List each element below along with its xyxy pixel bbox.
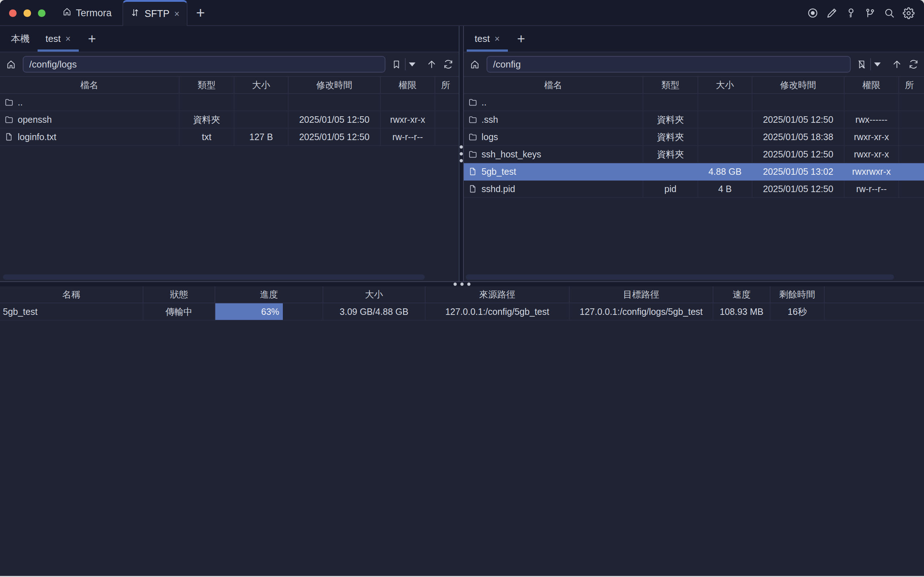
horizontal-scrollbar[interactable] <box>466 274 894 280</box>
column-header-permissions[interactable]: 權限 <box>845 77 899 93</box>
up-directory-icon[interactable] <box>426 59 437 70</box>
column-header-size[interactable]: 大小 <box>698 77 752 93</box>
file-row[interactable]: loginfo.txt txt 127 B 2025/01/05 12:50 r… <box>0 129 459 146</box>
chevron-down-icon[interactable] <box>874 63 880 66</box>
column-header-name[interactable]: 名稱 <box>0 286 144 303</box>
app-window: Termora SFTP × + <box>0 0 924 576</box>
window-controls <box>0 0 45 26</box>
column-header-modified[interactable]: 修改時間 <box>289 77 381 93</box>
search-icon[interactable] <box>884 7 895 19</box>
add-pane-tab-button[interactable]: + <box>79 26 105 52</box>
file-icon <box>468 184 477 193</box>
transfers-table: 名稱 狀態 進度 大小 來源路徑 目標路徑 速度 剩餘時間 5gb_test 傳… <box>0 286 924 321</box>
chevron-down-icon[interactable] <box>409 63 415 66</box>
horizontal-scrollbar[interactable] <box>3 274 425 280</box>
path-input[interactable] <box>487 56 851 73</box>
column-header-modified[interactable]: 修改時間 <box>752 77 845 93</box>
transfers-header: 名稱 狀態 進度 大小 來源路徑 目標路徑 速度 剩餘時間 <box>0 286 924 303</box>
splitter-grip-icon <box>454 283 471 286</box>
bookmark-icon[interactable] <box>391 59 402 70</box>
titlebar: Termora SFTP × + <box>0 0 924 26</box>
left-pathbar <box>0 52 459 76</box>
file-row[interactable]: openssh 資料夾 2025/01/05 12:50 rwxr-xr-x <box>0 111 459 129</box>
edit-icon[interactable] <box>826 7 838 19</box>
keychain-icon[interactable] <box>864 7 876 19</box>
file-row-selected[interactable]: 5gb_test 4.88 GB 2025/01/05 13:02 rwxrwx… <box>464 163 924 181</box>
new-tab-button[interactable]: + <box>187 0 213 26</box>
close-icon[interactable]: × <box>65 34 71 44</box>
table-header: 檔名 類型 大小 修改時間 權限 所 <box>464 77 924 94</box>
close-tab-icon[interactable]: × <box>174 10 179 18</box>
folder-icon <box>468 115 477 124</box>
column-header-source[interactable]: 來源路徑 <box>426 286 570 303</box>
pane-tab-test[interactable]: test × <box>467 26 508 52</box>
refresh-icon[interactable] <box>443 59 454 70</box>
home-icon[interactable] <box>6 59 16 70</box>
column-header-name[interactable]: 檔名 <box>0 77 179 93</box>
tab-sftp[interactable]: SFTP × <box>123 0 187 26</box>
app-label: Termora <box>76 8 111 19</box>
zoom-window-button[interactable] <box>38 10 45 17</box>
transfer-progress-fill: 63% <box>215 303 283 320</box>
transfer-row[interactable]: 5gb_test 傳輸中 63% 3.09 GB/4.88 GB 127.0.0… <box>0 303 924 321</box>
transfers-empty-area <box>0 321 924 576</box>
column-header-owner[interactable]: 所 <box>899 77 924 93</box>
column-header-owner[interactable]: 所 <box>435 77 459 93</box>
folder-icon <box>468 150 477 159</box>
file-row[interactable]: logs 資料夾 2025/01/05 18:38 rwxr-xr-x <box>464 129 924 146</box>
gear-icon[interactable] <box>903 7 914 19</box>
left-file-table: 檔名 類型 大小 修改時間 權限 所 .. openssh <box>0 76 459 281</box>
home-icon[interactable] <box>469 59 480 70</box>
divider <box>405 58 406 71</box>
path-input[interactable] <box>23 56 385 73</box>
bookmark-off-icon[interactable] <box>856 59 867 70</box>
right-file-table: 檔名 類型 大小 修改時間 權限 所 .. .ssh 資料 <box>464 76 924 281</box>
folder-icon <box>468 132 477 142</box>
sftp-main: 本機 test × + <box>0 26 924 281</box>
column-header-progress[interactable]: 進度 <box>215 286 323 303</box>
file-icon <box>468 167 477 176</box>
file-row[interactable]: .. <box>0 94 459 111</box>
refresh-icon[interactable] <box>908 59 919 70</box>
tab-label: SFTP <box>145 8 169 19</box>
column-header-speed[interactable]: 速度 <box>713 286 771 303</box>
column-header-type[interactable]: 類型 <box>179 77 234 93</box>
column-header-permissions[interactable]: 權限 <box>381 77 435 93</box>
close-icon[interactable]: × <box>495 34 500 44</box>
pane-tab-test[interactable]: test × <box>37 26 79 52</box>
home-icon <box>62 7 72 19</box>
file-icon <box>4 132 14 142</box>
pane-tab-local[interactable]: 本機 <box>3 26 37 52</box>
column-header-type[interactable]: 類型 <box>643 77 698 93</box>
minimize-window-button[interactable] <box>24 10 31 17</box>
folder-icon <box>468 97 477 107</box>
transfers-splitter[interactable] <box>0 281 924 286</box>
close-window-button[interactable] <box>9 10 17 17</box>
column-header-remaining[interactable]: 剩餘時間 <box>771 286 825 303</box>
record-icon[interactable] <box>807 7 819 19</box>
column-header-name[interactable]: 檔名 <box>464 77 643 93</box>
titlebar-actions <box>807 0 924 26</box>
left-file-pane: 本機 test × + <box>0 26 459 281</box>
column-header-status[interactable]: 狀態 <box>144 286 215 303</box>
add-pane-tab-button[interactable]: + <box>508 26 535 52</box>
folder-icon <box>4 97 14 107</box>
key-icon[interactable] <box>845 7 857 19</box>
file-row[interactable]: .. <box>464 94 924 111</box>
column-header-size[interactable]: 大小 <box>323 286 426 303</box>
status-badge: 傳輸中 <box>144 303 215 320</box>
table-header: 檔名 類型 大小 修改時間 權限 所 <box>0 77 459 94</box>
file-row[interactable]: .ssh 資料夾 2025/01/05 12:50 rwx------ <box>464 111 924 129</box>
file-row[interactable]: ssh_host_keys 資料夾 2025/01/05 12:50 rwxr-… <box>464 146 924 163</box>
file-row[interactable]: sshd.pid pid 4 B 2025/01/05 12:50 rw-r--… <box>464 181 924 198</box>
column-header-target[interactable]: 目標路徑 <box>570 286 713 303</box>
folder-icon <box>4 115 14 124</box>
right-pane-tabs: test × + <box>464 26 924 52</box>
up-directory-icon[interactable] <box>892 59 902 70</box>
column-header-size[interactable]: 大小 <box>234 77 289 93</box>
divider <box>870 58 871 71</box>
transfer-arrows-icon <box>131 8 140 20</box>
pane-splitter[interactable] <box>459 26 464 281</box>
left-pane-tabs: 本機 test × + <box>0 26 459 52</box>
home-tab[interactable]: Termora <box>62 0 111 26</box>
